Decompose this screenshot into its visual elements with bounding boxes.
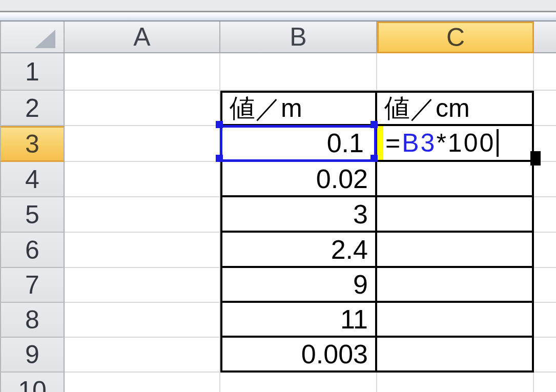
row-label: 2 bbox=[25, 93, 39, 123]
cell-b2[interactable]: 値／m bbox=[222, 93, 377, 126]
select-all-button[interactable] bbox=[0, 22, 65, 53]
formula-reference-border bbox=[220, 125, 377, 162]
cell-text: 11 bbox=[340, 304, 368, 335]
edit-cell-corner-knob bbox=[530, 151, 541, 166]
cell-b4[interactable]: 0.02 bbox=[222, 162, 377, 197]
cell-text: 値／cm bbox=[384, 93, 470, 126]
column-label: A bbox=[133, 22, 150, 52]
row-label: 1 bbox=[25, 57, 39, 87]
row-label: 10 bbox=[18, 376, 47, 392]
cell-c5[interactable] bbox=[377, 197, 532, 233]
row-label: 5 bbox=[25, 200, 39, 230]
row-label: 8 bbox=[25, 305, 39, 335]
row-header-2[interactable]: 2 bbox=[0, 91, 65, 126]
row-header-9[interactable]: 9 bbox=[0, 338, 65, 373]
row-label: 3 bbox=[25, 129, 39, 159]
row-header-4[interactable]: 4 bbox=[0, 162, 65, 197]
column-header-a[interactable]: A bbox=[65, 22, 220, 53]
cell-text: 9 bbox=[353, 269, 368, 300]
cell-b7[interactable]: 9 bbox=[222, 268, 377, 303]
cell-c3-formula-edit[interactable]: =B3*100 bbox=[377, 126, 532, 162]
cell-c6[interactable] bbox=[377, 233, 532, 268]
row-header-8[interactable]: 8 bbox=[0, 303, 65, 338]
formula-cell-reference: B3 bbox=[402, 128, 436, 158]
row-header-1[interactable]: 1 bbox=[0, 53, 65, 91]
row-label: 6 bbox=[25, 235, 39, 265]
reference-handle-bottom-left[interactable] bbox=[216, 155, 223, 162]
reference-handle-top-right[interactable] bbox=[370, 121, 378, 128]
row-header-10[interactable]: 10 bbox=[0, 373, 65, 392]
cell-text: 0.003 bbox=[301, 339, 368, 369]
cell-text: 3 bbox=[353, 199, 368, 230]
cell-c2[interactable]: 値／cm bbox=[377, 93, 532, 126]
cell-b6[interactable]: 2.4 bbox=[222, 233, 377, 268]
cell-b5[interactable]: 3 bbox=[222, 197, 377, 233]
row-header-3[interactable]: 3 bbox=[0, 126, 65, 162]
row-header-7[interactable]: 7 bbox=[0, 268, 65, 303]
cell-text: 2.4 bbox=[331, 234, 368, 265]
row-label: 4 bbox=[25, 164, 39, 194]
reference-handle-top-left[interactable] bbox=[216, 121, 223, 128]
cell-c9[interactable] bbox=[377, 338, 532, 370]
cell-text: 値／m bbox=[230, 93, 302, 126]
formula-rest: *100 bbox=[436, 128, 495, 158]
window-chrome-strip bbox=[0, 0, 556, 11]
row-label: 7 bbox=[25, 270, 39, 300]
cell-c4[interactable] bbox=[377, 162, 532, 197]
formula-equals: = bbox=[385, 128, 402, 158]
column-header-b[interactable]: B bbox=[220, 22, 377, 53]
formula-bar-band bbox=[0, 12, 556, 20]
edit-cell-left-marker bbox=[377, 126, 383, 160]
row-header-6[interactable]: 6 bbox=[0, 233, 65, 268]
cell-c8[interactable] bbox=[377, 303, 532, 338]
cell-b9[interactable]: 0.003 bbox=[222, 338, 377, 370]
cell-b8[interactable]: 11 bbox=[222, 303, 377, 338]
row-label: 9 bbox=[25, 340, 39, 369]
column-header-row: A B C bbox=[0, 20, 556, 53]
row-header-5[interactable]: 5 bbox=[0, 197, 65, 233]
column-label: C bbox=[446, 23, 465, 52]
reference-handle-bottom-right[interactable] bbox=[370, 155, 378, 162]
column-header-c[interactable]: C bbox=[377, 22, 534, 53]
select-all-triangle-icon bbox=[35, 30, 55, 48]
column-label: B bbox=[290, 22, 306, 52]
column-header-d[interactable] bbox=[534, 22, 556, 53]
cell-text: 0.02 bbox=[316, 163, 368, 194]
cell-c7[interactable] bbox=[377, 268, 532, 303]
text-cursor bbox=[497, 129, 499, 157]
